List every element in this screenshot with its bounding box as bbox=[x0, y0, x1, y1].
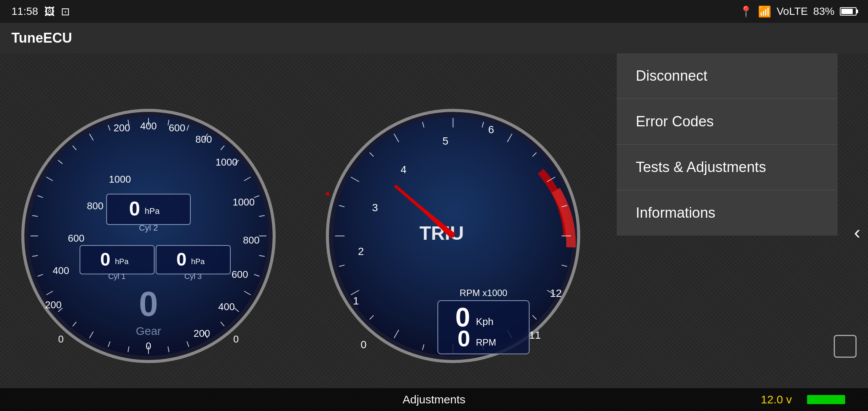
svg-text:Gear: Gear bbox=[136, 325, 161, 337]
menu-item-informations[interactable]: Informations bbox=[617, 190, 838, 236]
status-bar-left: 11:58 🖼 ⊡ bbox=[11, 5, 70, 18]
left-gauge: 0 200 400 600 800 1000 400 200 600 800 1… bbox=[15, 103, 282, 369]
menu-item-disconnect[interactable]: Disconnect bbox=[617, 53, 838, 99]
menu-item-error-codes[interactable]: Error Codes bbox=[617, 99, 838, 145]
right-gauge-svg: 0 1 2 3 4 5 6 11 12 bbox=[320, 103, 586, 369]
svg-text:200: 200 bbox=[113, 122, 130, 134]
svg-text:0: 0 bbox=[176, 249, 187, 269]
svg-text:0: 0 bbox=[458, 326, 470, 351]
svg-text:0: 0 bbox=[361, 339, 367, 350]
svg-text:600: 600 bbox=[169, 122, 185, 134]
status-bar: 11:58 🖼 ⊡ 📍 📶 VoLTE 83% bbox=[0, 0, 868, 23]
svg-text:11: 11 bbox=[529, 329, 541, 341]
svg-text:hPa: hPa bbox=[145, 206, 160, 216]
time-display: 11:58 bbox=[11, 5, 38, 18]
home-button[interactable] bbox=[834, 335, 857, 358]
svg-text:4: 4 bbox=[400, 164, 407, 175]
svg-text:RPM x1000: RPM x1000 bbox=[460, 288, 507, 298]
svg-text:0: 0 bbox=[58, 333, 64, 345]
svg-text:hPa: hPa bbox=[115, 257, 129, 266]
svg-text:Cyl 1: Cyl 1 bbox=[108, 272, 126, 280]
right-gauge: 0 1 2 3 4 5 6 11 12 bbox=[320, 103, 586, 369]
svg-text:1: 1 bbox=[353, 295, 359, 307]
svg-text:0: 0 bbox=[233, 333, 239, 345]
svg-text:hPa: hPa bbox=[191, 257, 205, 266]
svg-text:6: 6 bbox=[488, 124, 494, 135]
collapse-menu-button[interactable]: ‹ bbox=[854, 221, 860, 243]
bottom-bar: Adjustments 12.0 v bbox=[0, 388, 868, 411]
svg-text:800: 800 bbox=[195, 134, 212, 145]
battery-icon bbox=[840, 7, 857, 16]
dropdown-menu: Disconnect Error Codes Tests & Adjustmen… bbox=[617, 53, 838, 236]
svg-text:5: 5 bbox=[442, 135, 448, 147]
svg-text:0: 0 bbox=[100, 249, 110, 269]
signal-icon: VoLTE bbox=[777, 5, 808, 18]
wifi-icon: 📶 bbox=[758, 5, 771, 18]
svg-text:200: 200 bbox=[193, 328, 210, 339]
svg-text:Cyl 3: Cyl 3 bbox=[184, 272, 202, 280]
app-header: TuneECU bbox=[0, 23, 868, 53]
svg-text:1000: 1000 bbox=[109, 174, 131, 185]
svg-text:2: 2 bbox=[358, 245, 364, 257]
status-bar-right: 📍 📶 VoLTE 83% bbox=[739, 5, 857, 18]
svg-text:1000: 1000 bbox=[233, 196, 255, 208]
left-gauge-svg: 0 200 400 600 800 1000 400 200 600 800 1… bbox=[15, 103, 282, 369]
menu-item-tests-adjustments[interactable]: Tests & Adjustments bbox=[617, 145, 838, 190]
location-icon: 📍 bbox=[739, 5, 753, 18]
svg-text:200: 200 bbox=[45, 299, 61, 311]
svg-text:800: 800 bbox=[87, 200, 103, 212]
svg-marker-109 bbox=[325, 191, 330, 197]
svg-text:400: 400 bbox=[53, 265, 69, 276]
svg-text:Kph: Kph bbox=[476, 316, 493, 327]
svg-text:600: 600 bbox=[68, 233, 84, 244]
svg-text:1000: 1000 bbox=[215, 156, 238, 168]
battery-percent: 83% bbox=[813, 5, 834, 18]
svg-text:0: 0 bbox=[139, 285, 158, 323]
svg-text:Cyl 2: Cyl 2 bbox=[139, 223, 158, 233]
svg-text:3: 3 bbox=[372, 202, 378, 213]
svg-text:RPM: RPM bbox=[476, 337, 496, 347]
svg-text:600: 600 bbox=[231, 269, 248, 280]
screenshot-icon: ⊡ bbox=[61, 5, 70, 18]
adjustments-label: Adjustments bbox=[402, 393, 465, 406]
voltage-display: 12.0 v bbox=[761, 393, 792, 406]
svg-text:800: 800 bbox=[243, 234, 259, 246]
svg-text:400: 400 bbox=[218, 301, 235, 312]
photo-icon: 🖼 bbox=[44, 5, 55, 18]
app-title: TuneECU bbox=[11, 30, 72, 46]
voltage-bar bbox=[807, 395, 845, 404]
main-content: 0 200 400 600 800 1000 400 200 600 800 1… bbox=[0, 53, 868, 411]
svg-text:0: 0 bbox=[129, 198, 140, 220]
